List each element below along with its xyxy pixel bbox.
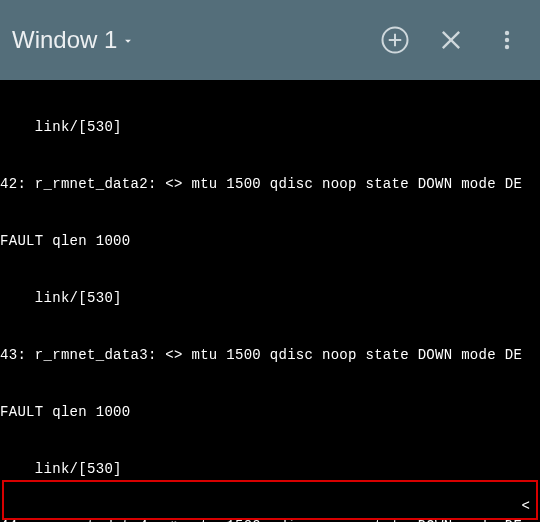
svg-point-5	[505, 31, 509, 35]
window-selector[interactable]: Window 1	[12, 26, 380, 54]
header-actions	[380, 25, 528, 55]
terminal-line: 42: r_rmnet_data2: <> mtu 1500 qdisc noo…	[0, 175, 540, 194]
app-header: Window 1	[0, 0, 540, 80]
close-button[interactable]	[436, 25, 466, 55]
terminal-line: link/[530]	[0, 460, 540, 479]
window-title-text: Window 1	[12, 26, 117, 54]
terminal-line: link/[530]	[0, 118, 540, 137]
chevron-down-icon	[121, 26, 135, 54]
svg-point-7	[505, 45, 509, 49]
terminal-line: 43: r_rmnet_data3: <> mtu 1500 qdisc noo…	[0, 346, 540, 365]
terminal-output[interactable]: link/[530] 42: r_rmnet_data2: <> mtu 150…	[0, 80, 540, 522]
svg-point-6	[505, 38, 509, 42]
command-input-area[interactable]: link/[530] link set wlan0 address XX:XX:…	[2, 480, 538, 520]
terminal-line: FAULT qlen 1000	[0, 403, 540, 422]
terminal-line: link/[530]	[0, 289, 540, 308]
terminal-line: FAULT qlen 1000	[0, 232, 540, 251]
overflow-menu-button[interactable]	[492, 25, 522, 55]
input-right-hint: <	[522, 497, 530, 516]
add-window-button[interactable]	[380, 25, 410, 55]
